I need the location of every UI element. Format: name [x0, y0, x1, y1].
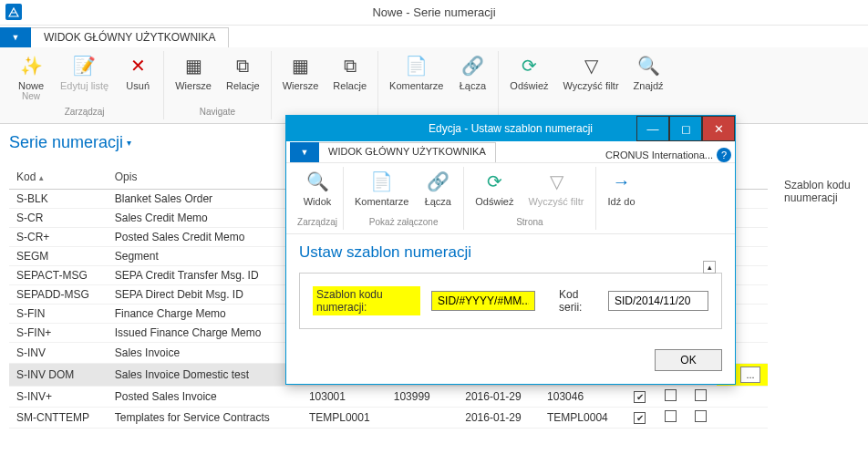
edit-label: Edytuj listę [60, 80, 108, 91]
clear-filter-icon: ▽ [578, 53, 604, 78]
dialog-company: CRONUS Internationa... ? [605, 148, 735, 162]
delete-icon: ✕ [125, 53, 150, 78]
relations2-button[interactable]: ⧉ Relacje [327, 51, 372, 93]
ok-button[interactable]: OK [655, 349, 722, 371]
series-code-input[interactable] [608, 291, 708, 311]
comments-icon: 📄 [404, 53, 429, 78]
dialog-maximize[interactable]: ◻ [669, 116, 702, 141]
template-code-input[interactable] [431, 291, 535, 311]
dialog-close[interactable]: ✕ [702, 116, 735, 141]
find-button[interactable]: 🔍 Znajdź [628, 51, 669, 93]
table-row[interactable]: SM-CNTTEMPTemplates for Service Contract… [9, 408, 768, 429]
dlg-refresh-label: Odśwież [475, 196, 513, 207]
dialog-titlebar[interactable]: Edycja - Ustaw szablon numeracji — ◻ ✕ [286, 116, 735, 141]
relations-icon: ⧉ [230, 53, 255, 78]
delete-label: Usuń [126, 80, 150, 91]
view-button[interactable]: 🔍 Widok [297, 167, 337, 209]
relations-label: Relacje [226, 80, 260, 91]
checkbox[interactable]: ✔ [634, 391, 646, 403]
checkbox[interactable]: ✔ [634, 412, 646, 424]
dlg-group-goto: → Idź do [596, 167, 647, 230]
main-tabbar: ▼ WIDOK GŁÓWNY UŻYTKOWNIKA [0, 26, 868, 47]
dialog-body: Ustaw szablon numeracji ▴ Szablon kodu n… [286, 234, 735, 342]
col-kod[interactable]: Kod▲ [9, 165, 108, 190]
checkbox[interactable] [695, 410, 707, 422]
find-icon: 🔍 [636, 53, 661, 78]
series-code-label: Kod serii: [559, 288, 597, 314]
sort-icon: ▲ [37, 174, 45, 182]
find-label: Znajdź [634, 80, 664, 91]
relations2-label: Relacje [333, 80, 367, 91]
dlg-manage-label: Zarządzaj [297, 217, 337, 230]
dlg-comments-icon: 📄 [369, 169, 395, 194]
checkbox[interactable] [665, 389, 677, 401]
dialog-ribbon: 🔍 Widok Zarządzaj 📄 Komentarze 🔗 Łącza P… [286, 163, 735, 234]
dlg-group-manage: 🔍 Widok Zarządzaj [292, 167, 344, 230]
refresh-button[interactable]: ⟳ Odśwież [504, 51, 553, 93]
new-icon: ✨ [18, 53, 44, 78]
links-label: Łącza [460, 80, 486, 91]
dlg-comments-button[interactable]: 📄 Komentarze [349, 167, 414, 209]
dialog-menu-button[interactable]: ▼ [290, 142, 319, 162]
comments-button[interactable]: 📄 Komentarze [384, 51, 449, 93]
dialog-footer: OK [286, 342, 735, 384]
dlg-links-button[interactable]: 🔗 Łącza [418, 167, 458, 209]
collapse-toggle[interactable]: ▴ [703, 261, 716, 274]
links-icon: 🔗 [460, 53, 485, 78]
delete-button[interactable]: ✕ Usuń [118, 51, 158, 93]
app-menu-button[interactable]: ▼ [0, 27, 31, 47]
goto-button[interactable]: → Idź do [602, 167, 642, 209]
dlg-attach-label: Pokaż załączone [369, 217, 439, 230]
tab-main-view[interactable]: WIDOK GŁÓWNY UŻYTKOWNIKA [31, 27, 229, 47]
lines-button[interactable]: ▦ Wiersze [170, 51, 217, 93]
company-name: CRONUS Internationa... [605, 150, 713, 160]
ribbon-group-page: ⟳ Odśwież ▽ Wyczyść filtr 🔍 Znajdź [499, 51, 674, 119]
dlg-clear-filter-label: Wyczyść filtr [529, 196, 584, 207]
ribbon-group-manage: ✨ Nowe New 📝 Edytuj listę ✕ Usuń Zarządz… [5, 51, 164, 119]
template-code-label: Szablon kodu numeracji: [313, 286, 420, 315]
dlg-links-label: Łącza [425, 196, 451, 207]
checkbox[interactable] [695, 389, 707, 401]
goto-icon: → [609, 169, 635, 194]
lines2-button[interactable]: ▦ Wiersze [277, 51, 325, 93]
dialog-title: Edycja - Ustaw szablon numeracji [429, 122, 593, 135]
clear-filter-button[interactable]: ▽ Wyczyść filtr [558, 51, 625, 93]
dlg-refresh-button[interactable]: ⟳ Odśwież [470, 167, 519, 209]
dialog-tab-main[interactable]: WIDOK GŁÓWNY UŻYTKOWNIKA [319, 142, 496, 162]
lines-label: Wiersze [175, 80, 212, 91]
side-label: Szablon kodu nuumeracji [777, 124, 868, 475]
dlg-clear-filter-icon: ▽ [543, 169, 569, 194]
dlg-refresh-icon: ⟳ [481, 169, 507, 194]
ribbon: ✨ Nowe New 📝 Edytuj listę ✕ Usuń Zarządz… [0, 47, 868, 124]
dialog-minimize[interactable]: — [636, 116, 669, 141]
relations2-icon: ⧉ [337, 53, 363, 78]
help-icon[interactable]: ? [717, 148, 731, 162]
dlg-clear-filter-button: ▽ Wyczyść filtr [523, 167, 590, 209]
table-row[interactable]: S-INV+Posted Sales Invoice10300110399920… [9, 387, 768, 408]
group-manage-label: Zarządzaj [65, 107, 105, 119]
view-label: Widok [304, 196, 332, 207]
links-button[interactable]: 🔗 Łącza [452, 51, 492, 93]
lines2-icon: ▦ [287, 53, 313, 78]
new-label: Nowe [18, 80, 44, 91]
dlg-links-icon: 🔗 [425, 169, 450, 194]
ribbon-group-navigate: ▦ Wiersze ⧉ Relacje Navigate [164, 51, 271, 119]
lines2-label: Wiersze [283, 80, 319, 91]
dlg-page-label: Strona [516, 217, 542, 230]
ellipsis-button[interactable]: ... [740, 367, 760, 383]
new-button[interactable]: ✨ Nowe New [11, 51, 51, 103]
titlebar: Nowe - Serie numeracji [0, 0, 868, 26]
refresh-label: Odśwież [510, 80, 548, 91]
dlg-group-attach: 📄 Komentarze 🔗 Łącza Pokaż załączone [344, 167, 464, 230]
chevron-down-icon: ▾ [127, 138, 131, 148]
dialog-tabbar: ▼ WIDOK GŁÓWNY UŻYTKOWNIKA CRONUS Intern… [286, 141, 735, 163]
group-navigate-label: Navigate [200, 107, 235, 119]
col-opis[interactable]: Opis [108, 165, 302, 190]
checkbox[interactable] [665, 410, 677, 422]
dialog-section-title: Ustaw szablon numeracji [299, 243, 722, 262]
window-title: Nowe - Serie numeracji [372, 5, 495, 19]
view-icon: 🔍 [305, 169, 330, 194]
refresh-icon: ⟳ [516, 53, 542, 78]
dialog-form: ▴ Szablon kodu numeracji: Kod serii: [299, 273, 722, 329]
relations-button[interactable]: ⧉ Relacje [221, 51, 265, 93]
